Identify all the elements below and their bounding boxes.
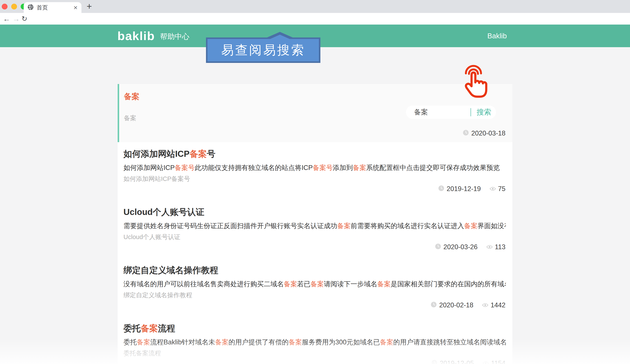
result-title[interactable]: 如何添加网站ICP备案号 [124, 148, 506, 159]
search-result-item[interactable]: 委托备案流程 委托备案流程Baklib针对域名未备案的用户提供了有偿的备案服务费… [118, 316, 512, 364]
result-views: 1442 [490, 301, 506, 309]
new-tab-button[interactable]: + [86, 1, 92, 12]
browser-tab[interactable]: 首页 × [24, 2, 82, 13]
search-bar[interactable]: 备案 搜索 [406, 106, 496, 119]
result-views: 75 [498, 185, 506, 193]
tap-cursor-icon [461, 62, 489, 102]
search-result-item[interactable]: 绑定自定义域名操作教程 没有域名的用户可以前往域名售卖商处进行购买二域名备案若已… [118, 258, 512, 316]
result-views: 113 [495, 243, 506, 251]
clock-icon [463, 129, 468, 138]
search-input[interactable]: 备案 [414, 108, 470, 117]
eye-icon [482, 301, 488, 309]
forward-icon[interactable]: → [12, 13, 20, 24]
result-breadcrumb: 绑定自定义域名操作教程 [124, 291, 506, 299]
eye-icon [486, 243, 493, 251]
result-description: 如何添加网站ICP备案号此功能仅支持拥有独立域名的站点将ICP备案号添加到备案系… [124, 164, 506, 172]
result-date: 2019-12-19 [447, 185, 481, 193]
result-date: 2020-03-18 [471, 129, 506, 138]
clock-icon [431, 301, 436, 309]
result-date: 2019-12-05 [440, 359, 474, 364]
result-views: 1154 [491, 359, 506, 364]
window-minimize-button[interactable] [11, 4, 17, 10]
search-result-item[interactable]: Ucloud个人账号认证 需要提供姓名身份证号码生份证正反面扫描件开户银行账号实… [118, 200, 512, 258]
result-views-group: 113 [486, 243, 506, 251]
result-breadcrumb: 委托备案流程 [124, 349, 506, 357]
result-date: 2020-02-18 [439, 301, 473, 309]
window-controls [2, 0, 26, 13]
result-title[interactable]: 委托备案流程 [124, 323, 506, 334]
clock-icon [435, 243, 441, 251]
result-meta: 2020-03-18 [124, 129, 506, 138]
back-icon[interactable]: ← [3, 13, 10, 24]
header-nav-link[interactable]: Baklib [487, 24, 507, 47]
site-brand[interactable]: baklib 帮助中心 [118, 24, 190, 47]
reload-icon[interactable]: ↻ [22, 13, 27, 24]
result-meta: 2020-02-18 1442 [124, 301, 506, 309]
clock-icon [432, 359, 437, 364]
eye-icon [490, 185, 496, 193]
tab-close-icon[interactable]: × [74, 4, 78, 11]
callout-text: 易查阅易搜索 [221, 42, 305, 58]
search-results: 备案 备案 2020-03-18 如何添加网站ICP备案号 如何添加网站ICP备… [118, 84, 512, 364]
search-result-item[interactable]: 如何添加网站ICP备案号 如何添加网站ICP备案号此功能仅支持拥有独立域名的站点… [118, 142, 512, 200]
result-views-group: 1442 [482, 301, 506, 309]
page-content: 备案 搜索 备案 备案 2020-03-18 如何添加网站ICP备案号 如何添加… [0, 47, 630, 364]
result-views-group: 75 [490, 185, 506, 193]
callout-bubble: 易查阅易搜索 [206, 38, 320, 63]
result-views-group: 1154 [482, 359, 506, 364]
results-list: 如何添加网站ICP备案号 如何添加网站ICP备案号此功能仅支持拥有独立域名的站点… [118, 142, 512, 364]
site-subtitle: 帮助中心 [160, 32, 190, 42]
browser-tab-strip: 首页 × + [0, 0, 630, 13]
window-close-button[interactable] [2, 4, 8, 10]
search-divider [470, 108, 471, 116]
result-description: 没有域名的用户可以前往域名售卖商处进行购买二域名备案若已备案请阅读下一步域名备案… [124, 280, 506, 288]
search-button[interactable]: 搜索 [476, 107, 491, 117]
result-date: 2020-03-26 [444, 243, 478, 251]
result-title[interactable]: 备案 [124, 92, 506, 101]
result-title[interactable]: 绑定自定义域名操作教程 [124, 265, 506, 275]
tab-favicon-globe-icon [28, 4, 34, 11]
baklib-logo[interactable]: baklib [118, 29, 155, 43]
clock-icon [438, 185, 444, 193]
result-meta: 2019-12-05 1154 [124, 359, 506, 364]
result-breadcrumb: 如何添加网站ICP备案号 [124, 175, 506, 183]
result-meta: 2020-03-26 113 [124, 243, 506, 251]
result-breadcrumb: Ucloud个人账号认证 [124, 233, 506, 241]
result-meta: 2019-12-19 75 [124, 185, 506, 193]
tab-title: 首页 [37, 4, 74, 12]
result-description: 委托备案流程Baklib针对域名未备案的用户提供了有偿的备案服务费用为300元如… [124, 338, 506, 346]
result-title[interactable]: Ucloud个人账号认证 [124, 207, 506, 217]
result-description: 需要提供姓名身份证号码生份证正反面扫描件开户银行账号实名认证成功备案前需要将购买… [124, 222, 506, 230]
eye-icon [482, 359, 489, 364]
browser-toolbar: ← → ↻ 不安全 help.baklib.com/search?keyword… [0, 13, 630, 24]
